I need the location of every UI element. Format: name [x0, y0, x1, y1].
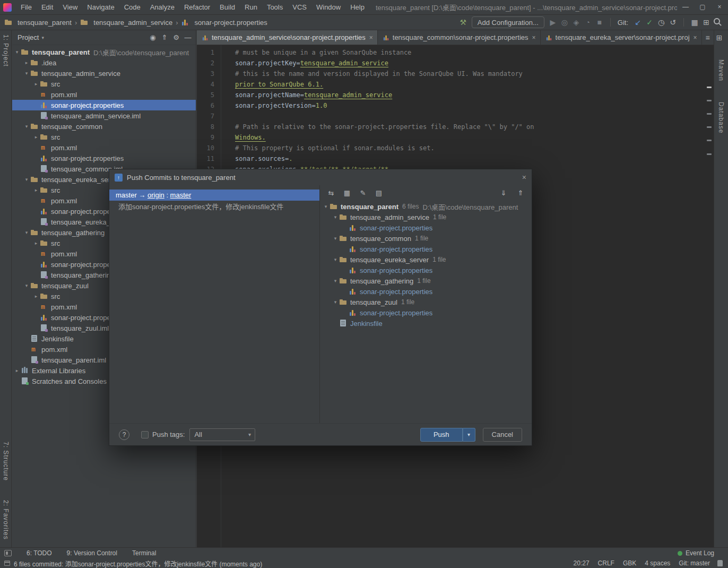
menu-build[interactable]: Build [215, 0, 240, 14]
project-tree-item[interactable]: ▾tensquare_admin_service [12, 68, 196, 79]
project-tree-item[interactable]: sonar-project.properties [12, 153, 196, 163]
menu-edit[interactable]: Edit [37, 0, 58, 14]
chevron-down-icon[interactable]: ▾ [332, 257, 339, 262]
editor-tab[interactable]: tensquare_admin_service\sonar-project.pr… [197, 30, 378, 45]
project-tree-item[interactable]: tensquare_admin_service.iml [12, 110, 196, 121]
line-number[interactable]: 2 [197, 58, 214, 68]
window-minimize-button[interactable]: — [677, 0, 694, 14]
toolwindow-switcher-icon[interactable] [4, 550, 12, 556]
stripe-button-maven[interactable]: Maven [717, 59, 725, 81]
changed-file-item[interactable]: sonar-project.properties [320, 265, 532, 276]
changed-file-item[interactable]: ▾tensquare_gathering1 file [320, 276, 532, 286]
add-configuration-button[interactable]: Add Configuration... [472, 16, 544, 28]
close-icon[interactable]: × [532, 34, 536, 41]
changed-file-item[interactable]: sonar-project.properties [320, 244, 532, 254]
line-number[interactable]: 10 [197, 143, 214, 153]
line-number[interactable]: 7 [197, 111, 214, 122]
editor-tab[interactable]: tensquare_common\sonar-project.propertie… [378, 30, 541, 45]
line-number[interactable]: 11 [197, 153, 214, 164]
line-number[interactable]: 4 [197, 79, 214, 90]
cancel-button[interactable]: Cancel [483, 428, 522, 442]
project-view-selector[interactable]: Project ▾ [18, 33, 44, 41]
edit-icon[interactable]: ✎ [357, 187, 369, 199]
close-icon[interactable]: × [694, 34, 697, 41]
changed-file-item[interactable]: sonar-project.properties [320, 286, 532, 297]
changed-file-item[interactable]: sonar-project.properties [320, 307, 532, 318]
stripe-button--project[interactable]: 1: Project [2, 35, 10, 67]
coverage-icon[interactable]: ◈ [570, 16, 582, 28]
push-button[interactable]: Push [420, 428, 463, 442]
diff-icon[interactable]: ⇆ [325, 187, 337, 199]
chevron-right-icon[interactable]: ▸ [32, 294, 40, 299]
editor-tab[interactable]: tensquare_eureka_server\sonar-project.pr… [541, 30, 702, 45]
event-log-button[interactable]: Event Log [678, 549, 714, 557]
menu-window[interactable]: Window [311, 0, 345, 14]
project-tree-item[interactable]: ▸src [12, 132, 196, 142]
indent-style-widget[interactable]: 4 spaces [645, 560, 670, 567]
chevron-right-icon[interactable]: ▸ [23, 60, 30, 65]
close-icon[interactable]: × [522, 173, 526, 182]
menu-code[interactable]: Code [119, 0, 145, 14]
run-icon[interactable]: ▶ [547, 16, 559, 28]
stripe-button-database[interactable]: Database [717, 102, 725, 133]
preview-icon[interactable]: ▤ [373, 187, 385, 199]
menu-navigate[interactable]: Navigate [82, 0, 119, 14]
stop-icon[interactable]: ■ [594, 16, 605, 28]
encoding-widget[interactable]: GBK [623, 560, 636, 567]
chevron-down-icon[interactable]: ▾ [332, 214, 339, 220]
changed-file-item[interactable]: ▾tensquare_common1 file [320, 233, 532, 244]
chevron-down-icon[interactable]: ▾ [322, 204, 330, 209]
line-number[interactable]: 9 [197, 132, 214, 143]
push-tags-checkbox[interactable] [141, 431, 149, 438]
line-number[interactable]: 6 [197, 100, 214, 111]
menu-view[interactable]: View [58, 0, 82, 14]
breadcrumb-item[interactable]: tensquare_parent [4, 18, 72, 27]
git-branch-widget[interactable]: Git: master [679, 560, 710, 567]
stripe-button--structure[interactable]: 7: Structure [2, 442, 10, 481]
line-number[interactable]: 8 [197, 122, 214, 132]
debug-icon[interactable]: ◎ [559, 16, 570, 28]
chevron-right-icon[interactable]: ▸ [32, 134, 40, 140]
revert-icon[interactable]: ↺ [667, 16, 679, 28]
build-hammer-icon[interactable]: ⚒ [457, 16, 469, 28]
collapse-all-icon[interactable]: ⇑ [159, 32, 170, 44]
chevron-down-icon[interactable]: ▾ [23, 124, 30, 129]
changed-file-item[interactable]: ▾tensquare_admin_service1 file [320, 212, 532, 222]
search-icon[interactable] [712, 16, 724, 28]
window-close-button[interactable]: × [711, 0, 728, 14]
expand-all-icon[interactable]: ⇓ [498, 187, 509, 199]
menu-run[interactable]: Run [240, 0, 262, 14]
project-tree-item[interactable]: ▸src [12, 79, 196, 89]
line-number[interactable]: 1 [197, 47, 214, 58]
project-tree-item[interactable]: sonar-project.properties [12, 100, 196, 110]
chevron-down-icon[interactable]: ▾ [23, 177, 30, 182]
tab-list-icon[interactable]: ≡ [702, 32, 714, 44]
changed-file-item[interactable]: ▾tensquare_eureka_server1 file [320, 254, 532, 265]
dialog-header[interactable]: ↑ Push Commits to tensquare_parent × [109, 169, 532, 185]
chevron-down-icon[interactable]: ▾ [13, 49, 21, 55]
settings-icon[interactable]: ⚙ [170, 32, 182, 44]
status-message[interactable]: 6 files committed: 添加sonar-project.prope… [14, 559, 262, 568]
chevron-down-icon[interactable]: ▾ [23, 283, 30, 288]
highlighting-level-icon[interactable] [717, 560, 723, 566]
group-by-icon[interactable]: ▦ [341, 187, 353, 199]
changed-file-item[interactable]: ▾tensquare_zuul1 file [320, 297, 532, 307]
chevron-right-icon[interactable]: ▸ [32, 81, 40, 87]
chevron-down-icon[interactable]: ▾ [332, 236, 339, 241]
window-maximize-button[interactable]: ▢ [694, 0, 711, 14]
close-icon[interactable]: × [369, 34, 373, 41]
hide-icon[interactable]: — [182, 32, 194, 44]
menu-file[interactable]: File [16, 0, 37, 14]
changed-file-item[interactable]: sonar-project.properties [320, 222, 532, 233]
locate-icon[interactable]: ◉ [147, 32, 159, 44]
update-project-icon[interactable]: ↙ [632, 16, 644, 28]
menu-tools[interactable]: Tools [262, 0, 288, 14]
toolwindow-terminal-button[interactable]: Terminal [132, 549, 156, 557]
profiler-icon[interactable]: ◔ [582, 16, 594, 28]
breadcrumb-item[interactable]: tensquare_admin_service [80, 18, 172, 27]
chevron-right-icon[interactable]: ▸ [32, 240, 40, 246]
chevron-down-icon[interactable]: ▾ [332, 299, 339, 305]
tags-select[interactable]: All ▾ [189, 428, 255, 441]
project-tree-item[interactable]: mpom.xml [12, 142, 196, 153]
editor-layout-icon[interactable]: ⊞ [700, 16, 712, 28]
